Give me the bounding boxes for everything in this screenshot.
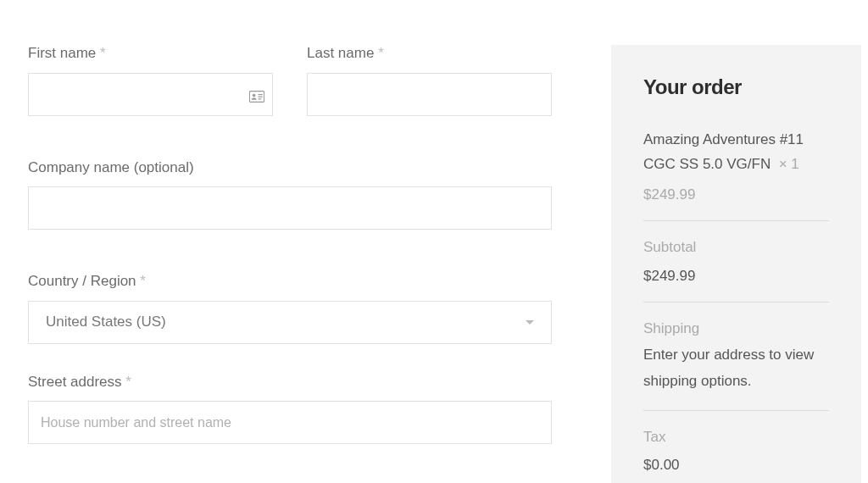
tax-label: Tax [643,426,829,448]
country-selected-value: United States (US) [46,311,166,333]
divider [643,220,829,221]
country-field: Country / Region * United States (US) [28,270,552,344]
subtotal-label: Subtotal [643,236,829,258]
company-input[interactable] [28,186,552,230]
country-label: Country / Region * [28,270,552,292]
order-summary: Your order Amazing Adventures #11 CGC SS… [611,45,861,483]
order-line-item: Amazing Adventures #11 CGC SS 5.0 VG/FN … [643,128,829,205]
company-field: Company name (optional) [28,157,552,230]
first-name-input[interactable] [28,73,273,116]
tax-row: Tax $0.00 [643,426,829,476]
required-mark: * [125,374,131,390]
shipping-row: Shipping Enter your address to view ship… [643,318,829,394]
item-price: $249.99 [643,184,829,206]
street-label: Street address * [28,371,552,393]
last-name-label: Last name * [307,42,552,64]
divider [643,302,829,303]
last-name-field: Last name * [307,42,552,116]
required-mark: * [140,273,146,289]
subtotal-row: Subtotal $249.99 [643,236,829,286]
company-label: Company name (optional) [28,157,552,179]
order-title: Your order [643,72,829,103]
last-name-input[interactable] [307,73,552,116]
required-mark: * [378,45,384,61]
country-select[interactable]: United States (US) [28,301,552,344]
chevron-down-icon [526,320,534,325]
billing-form: First name * Last name * [28,42,552,483]
item-quantity: × 1 [779,156,799,172]
street-input[interactable] [28,401,552,444]
shipping-label: Shipping [643,318,829,340]
divider [643,410,829,411]
required-mark: * [100,45,106,61]
subtotal-value: $249.99 [643,265,829,287]
tax-value: $0.00 [643,454,829,476]
first-name-label: First name * [28,42,273,64]
first-name-field: First name * [28,42,273,116]
shipping-note: Enter your address to view shipping opti… [643,341,829,395]
street-field: Street address * [28,371,552,445]
